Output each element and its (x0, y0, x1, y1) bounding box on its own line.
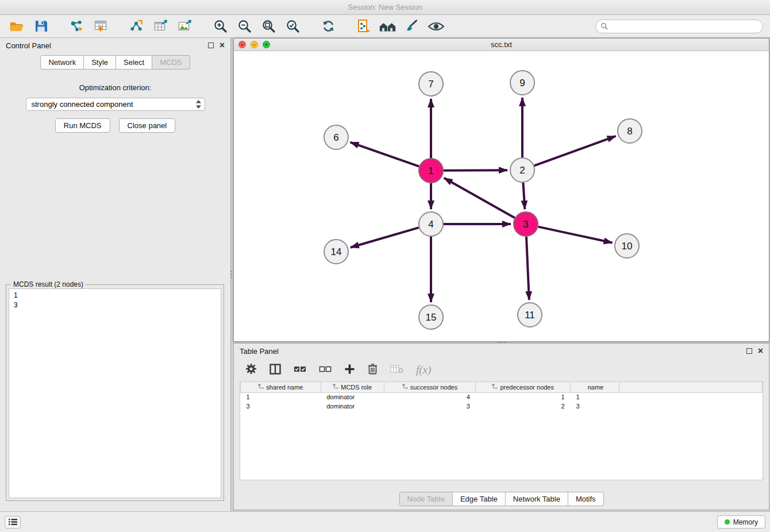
import-network-icon (69, 19, 84, 33)
zoom-out-button[interactable] (234, 18, 254, 35)
add-column-button[interactable] (344, 364, 355, 377)
export-image-icon (177, 19, 192, 33)
table-row[interactable]: 1dominator411 (241, 392, 763, 402)
export-network-button[interactable] (126, 18, 146, 35)
table-panel-title: Table Panel (240, 347, 279, 356)
tab-style[interactable]: Style (84, 55, 116, 70)
export-image-button[interactable] (175, 18, 194, 35)
import-table-icon (93, 19, 108, 33)
search-input[interactable] (611, 22, 758, 30)
delete-column-button[interactable] (368, 363, 378, 377)
import-network-button[interactable] (67, 18, 86, 35)
tab-mcds[interactable]: MCDS (152, 55, 190, 70)
memory-button[interactable]: Memory (717, 515, 765, 529)
graph-node-3[interactable]: 3 (514, 212, 538, 236)
search-box[interactable] (595, 20, 763, 33)
table-cell[interactable]: 3 (241, 402, 321, 411)
open-session-button[interactable] (7, 18, 26, 35)
close-panel-button[interactable]: × (220, 43, 225, 48)
float-panel-button[interactable] (208, 43, 214, 48)
node-table-body: 1dominator4113dominator323 (241, 392, 763, 411)
table-cell[interactable]: 1 (571, 392, 619, 402)
close-window-button[interactable]: × (238, 41, 246, 48)
graph-node-7[interactable]: 7 (419, 72, 443, 96)
mcds-result-list[interactable]: 13 (9, 288, 221, 498)
tab-edge-table[interactable]: Edge Table (453, 492, 506, 506)
graph-node-label: 11 (525, 310, 535, 321)
graph-node-10[interactable]: 10 (615, 234, 639, 258)
show-columns-button[interactable] (270, 364, 281, 377)
select-all-button[interactable] (294, 365, 306, 375)
graph-node-8[interactable]: 8 (618, 119, 642, 143)
close-table-panel-button[interactable]: × (758, 348, 763, 354)
table-cell[interactable]: 2 (476, 402, 571, 411)
graph-edge-1-6[interactable] (351, 142, 419, 167)
graph-node-label: 2 (519, 165, 525, 176)
table-cell[interactable]: 4 (384, 392, 476, 402)
criterion-dropdown[interactable]: strongly connected component (26, 98, 205, 111)
graph-edge-3-11[interactable] (526, 237, 529, 300)
table-cell[interactable]: 1 (241, 392, 321, 402)
run-mcds-button[interactable]: Run MCDS (55, 118, 110, 133)
paintbrush-icon (405, 19, 419, 33)
first-neighbors-button[interactable] (378, 18, 398, 35)
graph-node-9[interactable]: 9 (510, 71, 534, 95)
table-row[interactable]: 3dominator323 (241, 402, 763, 411)
import-table-button[interactable] (91, 18, 110, 35)
graph-edge-3-10[interactable] (538, 227, 613, 243)
network-document-button[interactable] (354, 18, 374, 35)
export-table-button[interactable] (151, 18, 170, 35)
graph-edge-3-1[interactable] (444, 178, 515, 218)
save-session-button[interactable] (31, 18, 51, 35)
table-cell[interactable]: 3 (571, 402, 619, 411)
splitter-handle[interactable] (229, 268, 233, 280)
column-header[interactable]: successor nodes (384, 382, 476, 392)
network-window-titlebar[interactable]: × − + scc.txt (234, 38, 769, 51)
table-cell[interactable]: 1 (476, 392, 571, 402)
graph-node-11[interactable]: 11 (518, 303, 542, 327)
graph-edge-1-2[interactable] (444, 170, 507, 171)
tab-network[interactable]: Network (40, 55, 84, 70)
graph-node-6[interactable]: 6 (324, 125, 348, 149)
graph-node-4[interactable]: 4 (419, 212, 443, 236)
function-builder-button[interactable]: f(x) (416, 364, 431, 376)
tab-node-table[interactable]: Node Table (399, 492, 453, 506)
tab-network-table[interactable]: Network Table (506, 492, 568, 506)
column-header[interactable]: name (571, 382, 619, 392)
table-cell[interactable]: 3 (384, 402, 476, 411)
network-canvas[interactable]: 7968124314101511 (234, 51, 769, 341)
select-all-icon (294, 365, 306, 373)
mcds-result-item[interactable]: 3 (14, 300, 216, 310)
table-settings-button[interactable] (245, 363, 257, 377)
zoom-in-button[interactable] (210, 18, 230, 35)
graph-edge-2-3[interactable] (523, 183, 525, 209)
delete-table-button[interactable] (390, 364, 403, 376)
graph-node-15[interactable]: 15 (419, 305, 443, 329)
tab-select[interactable]: Select (116, 55, 152, 70)
app-title: Session: New Session (348, 3, 422, 11)
float-table-panel-button[interactable] (746, 348, 752, 354)
task-history-button[interactable] (5, 516, 21, 529)
mcds-result-item[interactable]: 1 (14, 291, 216, 300)
graph-node-14[interactable]: 14 (324, 240, 348, 264)
table-cell[interactable]: dominator (321, 402, 384, 411)
export-network-icon (129, 19, 144, 33)
apply-layout-button[interactable] (318, 18, 338, 35)
unselect-all-button[interactable] (319, 365, 332, 375)
zoom-fit-button[interactable] (259, 18, 278, 35)
close-panel-pushbutton[interactable]: Close panel (119, 118, 176, 133)
graph-node-1[interactable]: 1 (419, 159, 443, 183)
show-hide-button[interactable] (426, 18, 446, 35)
table-cell[interactable]: dominator (321, 392, 384, 402)
graph-edge-2-8[interactable] (534, 136, 616, 166)
graph-node-2[interactable]: 2 (510, 158, 534, 182)
apply-style-button[interactable] (402, 18, 422, 35)
zoom-selected-button[interactable] (283, 18, 302, 35)
column-header[interactable]: MCDS role (321, 382, 384, 392)
tab-motifs[interactable]: Motifs (568, 492, 604, 506)
minimize-window-button[interactable]: − (251, 41, 258, 48)
column-header[interactable]: predecessor nodes (476, 382, 571, 392)
column-header[interactable]: shared name (241, 382, 321, 392)
graph-edge-4-14[interactable] (351, 228, 419, 248)
maximize-window-button[interactable]: + (263, 41, 270, 48)
